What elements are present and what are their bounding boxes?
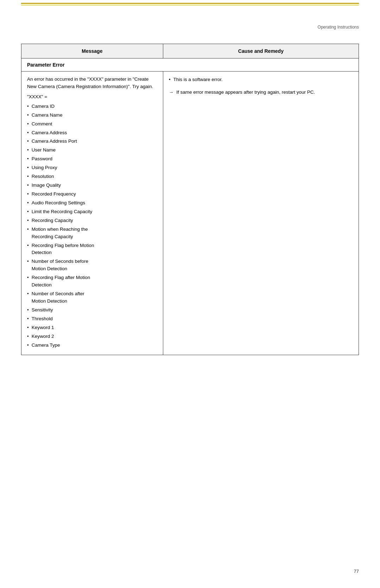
list-item: Recorded Frequency — [27, 191, 157, 198]
section-header-row: Parameter Error — [21, 58, 359, 72]
accent-line-thick — [21, 3, 359, 4]
list-item: Camera Name — [27, 112, 157, 119]
page-container: Operating Instructions Message Cause and… — [0, 0, 380, 588]
list-item: Threshold — [27, 315, 157, 323]
section-header-cell: Parameter Error — [21, 58, 359, 72]
list-item: Image Quality — [27, 182, 157, 189]
bullet-list: Camera ID Camera Name Comment Camera Add… — [27, 103, 157, 349]
message-cell: An error has occurred in the "XXXX" para… — [21, 72, 163, 355]
list-item: Camera Address — [27, 129, 157, 137]
cause-cell: • This is a software error. → If same er… — [163, 72, 359, 355]
list-item: Keyword 2 — [27, 333, 157, 340]
list-item: Motion when Reaching theRecording Capaci… — [27, 226, 157, 241]
col-message-header: Message — [21, 44, 163, 58]
list-item: Comment — [27, 120, 157, 128]
list-item: Camera Address Port — [27, 138, 157, 145]
page-header: Operating Instructions — [21, 18, 359, 40]
list-item: Camera Type — [27, 342, 157, 349]
cause-item-2: → If same error message appears after tr… — [169, 88, 353, 96]
xxxx-label: "XXXX" = — [27, 93, 157, 101]
list-item: User Name — [27, 147, 157, 154]
message-intro: An error has occurred in the "XXXX" para… — [27, 76, 157, 91]
list-item: Keyword 1 — [27, 324, 157, 332]
cause-text-2: If same error message appears after tryi… — [176, 88, 315, 96]
main-table: Message Cause and Remedy Parameter Error… — [21, 44, 359, 355]
list-item: Audio Recording Settings — [27, 199, 157, 207]
list-item: Using Proxy — [27, 164, 157, 172]
header-title: Operating Instructions — [318, 25, 359, 30]
list-item: Recording Flag before MotionDetection — [27, 242, 157, 257]
accent-line-thin — [21, 5, 359, 5]
list-item: Limit the Recording Capacity — [27, 208, 157, 216]
table-header-row: Message Cause and Remedy — [21, 44, 359, 58]
content-row: An error has occurred in the "XXXX" para… — [21, 72, 359, 355]
cause-bullet-icon: • — [169, 76, 171, 83]
cause-item-1: • This is a software error. — [169, 76, 353, 83]
list-item: Resolution — [27, 173, 157, 180]
list-item: Camera ID — [27, 103, 157, 110]
list-item: Sensitivity — [27, 307, 157, 314]
col-cause-header: Cause and Remedy — [163, 44, 359, 58]
list-item: Recording Flag after MotionDetection — [27, 274, 157, 289]
list-item: Password — [27, 155, 157, 163]
cause-text-1: This is a software error. — [173, 76, 223, 83]
list-item: Recording Capacity — [27, 217, 157, 224]
page-number: 77 — [354, 569, 359, 574]
cause-arrow-icon: → — [169, 88, 174, 96]
list-item: Number of Seconds beforeMotion Detection — [27, 258, 157, 273]
list-item: Number of Seconds afterMotion Detection — [27, 290, 157, 305]
